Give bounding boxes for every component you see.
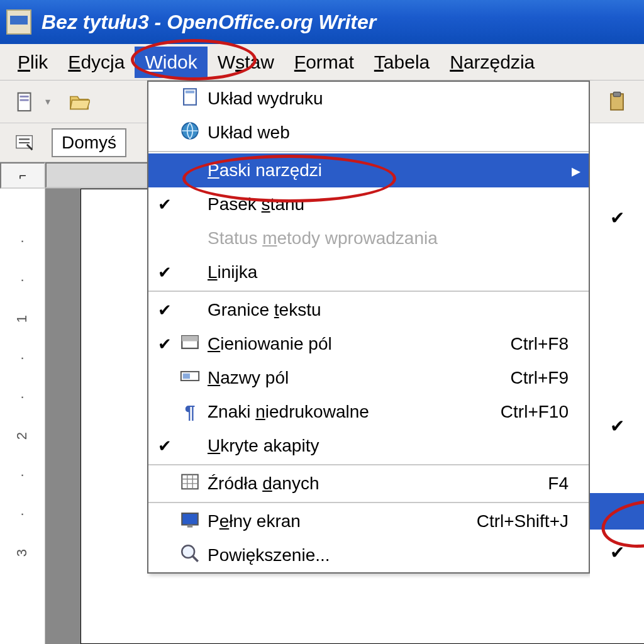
menu-separator <box>148 464 589 465</box>
app-icon <box>6 9 31 35</box>
menuitem-uklad-web[interactable]: Układ web <box>148 116 589 150</box>
menu-narzedzia[interactable]: Narzędzia <box>440 47 545 78</box>
paragraph-style-combo[interactable]: Domyś <box>52 128 126 157</box>
check-icon: ✔ <box>590 208 644 228</box>
ruler-corner: ⌐ <box>0 162 45 189</box>
widok-dropdown: Układ wydruku Układ web Paski narzędzi ▸… <box>147 80 590 574</box>
check-icon: ✔ <box>590 416 644 436</box>
menuitem-powiekszenie[interactable]: Powiększenie... <box>148 538 589 572</box>
menu-edycja[interactable]: Edycja <box>58 47 135 78</box>
svg-rect-16 <box>613 92 620 96</box>
menuitem-paski-narzedzi[interactable]: Paski narzędzi ▸ <box>148 153 589 187</box>
menuitem-nazwy-pol[interactable]: Nazwy pól Ctrl+F9 <box>148 361 589 395</box>
pilcrow-icon: ¶ <box>185 401 196 423</box>
submenu-peek: ✔ ✔ ✔ <box>590 80 644 584</box>
svg-rect-1 <box>20 96 29 97</box>
style-value: Domyś <box>62 133 116 153</box>
menuitem-ukryte-akapity[interactable]: ✔ Ukryte akapity <box>148 429 589 463</box>
database-icon <box>179 471 201 497</box>
zoom-icon <box>179 543 201 569</box>
submenu-highlight[interactable] <box>590 493 644 530</box>
menuitem-znaki-niedrukowalne[interactable]: ¶ Znaki niedrukowalne Ctrl+F10 <box>148 395 589 429</box>
submenu-arrow-icon: ▸ <box>569 160 584 181</box>
menu-wstaw[interactable]: Wstaw <box>208 47 284 78</box>
page-icon <box>179 86 201 112</box>
dropdown-arrow-icon[interactable]: ▾ <box>45 96 50 108</box>
screen-icon <box>179 509 201 535</box>
menu-separator <box>148 291 589 292</box>
check-icon: ✔ <box>153 195 176 214</box>
svg-rect-5 <box>186 91 194 93</box>
check-icon: ✔ <box>153 263 176 282</box>
names-icon <box>179 365 201 391</box>
window-title: Bez tytułu3 - OpenOffice.org Writer <box>42 11 376 34</box>
menu-plik[interactable]: Plik <box>8 47 58 78</box>
menu-tabela[interactable]: Tabela <box>364 47 440 78</box>
menuitem-linijka[interactable]: ✔ Linijka <box>148 255 589 289</box>
menu-separator <box>148 151 589 152</box>
check-icon: ✔ <box>153 301 176 320</box>
svg-rect-8 <box>182 336 198 341</box>
svg-point-14 <box>182 545 194 558</box>
menuitem-pelny-ekran[interactable]: Pełny ekran Ctrl+Shift+J <box>148 504 589 538</box>
menu-format[interactable]: Format <box>284 47 364 78</box>
menuitem-uklad-wydruku[interactable]: Układ wydruku <box>148 82 589 116</box>
shade-icon <box>179 331 201 357</box>
svg-rect-13 <box>187 525 193 527</box>
svg-rect-10 <box>183 373 190 379</box>
styles-button[interactable] <box>11 129 39 157</box>
globe-icon <box>179 120 201 146</box>
menu-widok[interactable]: Widok <box>135 47 207 78</box>
ruler-vertical[interactable]: · · 1 · · 2 · · 3 <box>0 189 45 644</box>
new-doc-button[interactable] <box>11 88 39 116</box>
svg-rect-12 <box>182 513 198 525</box>
check-icon: ✔ <box>590 542 644 563</box>
svg-rect-2 <box>20 99 29 101</box>
check-icon: ✔ <box>153 436 176 456</box>
menuitem-pasek-stanu[interactable]: ✔ Pasek stanu <box>148 187 589 221</box>
menuitem-granice-tekstu[interactable]: ✔ Granice tekstu <box>148 293 589 327</box>
menubar: Plik Edycja Widok Wstaw Format Tabela Na… <box>0 44 644 80</box>
menuitem-status-metody: Status metody wprowadzania <box>148 221 589 255</box>
titlebar: Bez tytułu3 - OpenOffice.org Writer <box>0 0 644 44</box>
menu-separator <box>148 502 589 503</box>
paste-button[interactable] <box>603 88 631 116</box>
check-icon: ✔ <box>153 335 176 354</box>
svg-rect-11 <box>182 474 198 489</box>
menuitem-cieniowanie-pol[interactable]: ✔ Cieniowanie pól Ctrl+F8 <box>148 327 589 361</box>
menuitem-zrodla-danych[interactable]: Źródła danych F4 <box>148 467 589 501</box>
svg-rect-0 <box>18 92 31 110</box>
open-button[interactable] <box>65 88 93 116</box>
